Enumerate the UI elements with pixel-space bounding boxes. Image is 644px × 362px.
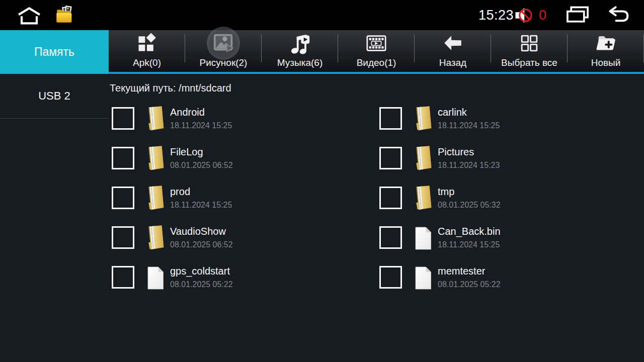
file-name: Pictures (438, 146, 500, 158)
toolbar-item-label: Новый (591, 57, 621, 68)
file-checkbox[interactable] (379, 226, 402, 249)
file-row-android[interactable]: Android 18.11.2024 15:25 (109, 106, 376, 146)
toolbar-item-label: Назад (439, 57, 466, 68)
current-path-label: Текущий путь: /mnt/sdcard (109, 74, 644, 94)
picture-icon (210, 30, 236, 56)
folder-icon (145, 184, 165, 212)
file-checkbox[interactable] (112, 147, 134, 169)
file-checkbox[interactable] (379, 147, 402, 169)
file-checkbox[interactable] (112, 266, 134, 289)
file-name: carlink (438, 106, 500, 119)
apk-grid-icon (134, 30, 160, 56)
recent-apps-icon (565, 5, 591, 26)
file-row-filelog[interactable]: FileLog 08.01.2025 06:52 (109, 146, 376, 186)
toolbar-item-label: Музыка(6) (277, 57, 323, 68)
file-checkbox[interactable] (379, 107, 402, 130)
file-row-memtester[interactable]: memtester 08.01.2025 05:22 (376, 265, 644, 305)
file-icon (413, 265, 433, 291)
status-bar: 15:23 0 (0, 0, 644, 30)
file-checkbox[interactable] (112, 187, 134, 209)
file-name: tmp (438, 186, 501, 198)
music-note-icon (287, 30, 313, 56)
folder-icon (145, 224, 165, 251)
back-arrow-icon (440, 30, 466, 56)
file-row-vaudioshow[interactable]: VaudioShow 08.01.2025 06:52 (109, 225, 376, 265)
tab-memory[interactable]: Память (0, 30, 109, 74)
file-checkbox[interactable] (112, 107, 134, 130)
file-date: 18.11.2024 15:25 (438, 120, 500, 131)
toolbar-item-video[interactable]: Видео(1) (338, 30, 415, 72)
folder-icon (413, 144, 433, 172)
file-date: 08.01.2025 05:22 (170, 279, 233, 290)
file-name: VaudioShow (170, 225, 233, 238)
file-manager-app-button[interactable] (55, 5, 73, 25)
file-row-can-back-bin[interactable]: Can_Back.bin 18.11.2024 15:25 (376, 225, 644, 265)
file-checkbox[interactable] (379, 266, 402, 289)
file-name: memtester (438, 265, 501, 278)
file-date: 08.01.2025 06:52 (170, 239, 233, 250)
file-row-tmp[interactable]: tmp 08.01.2025 05:32 (376, 186, 644, 225)
folder-icon (413, 105, 433, 132)
back-nav-button[interactable] (606, 5, 631, 26)
select-all-icon (516, 30, 542, 56)
file-name: FileLog (170, 146, 233, 158)
file-date: 18.11.2024 15:25 (170, 200, 232, 210)
file-date: 08.01.2025 05:32 (438, 200, 501, 210)
file-checkbox[interactable] (379, 187, 402, 209)
volume-muted-icon[interactable] (514, 6, 537, 25)
sidebar-divider (0, 118, 109, 119)
folder-icon (413, 184, 433, 212)
file-name: gps_coldstart (170, 265, 233, 278)
file-grid: Android 18.11.2024 15:25 carlink 18.11.2… (109, 106, 644, 305)
file-manager-app-icon (55, 5, 73, 25)
clock: 15:23 (478, 8, 514, 23)
file-icon (413, 226, 433, 251)
toolbar-item-label: Apk(0) (133, 57, 161, 68)
file-icon (145, 265, 166, 291)
file-name: Can_Back.bin (438, 225, 501, 238)
toolbar-item-apk[interactable]: Apk(0) (109, 30, 185, 72)
toolbar-item-pictures[interactable]: Рисунок(2) (185, 30, 262, 72)
folder-icon (145, 105, 165, 132)
toolbar-item-new[interactable]: Новый (568, 30, 644, 72)
toolbar-item-label: Видео(1) (357, 57, 396, 68)
home-button[interactable] (16, 5, 42, 25)
return-arrow-icon (606, 5, 631, 26)
film-strip-icon (363, 30, 389, 56)
toolbar-item-music[interactable]: Музыка(6) (262, 30, 338, 72)
toolbar-item-select-all[interactable]: Выбрать все (491, 30, 568, 72)
toolbar: Память Apk(0) Рисунок(2) Музыка(6) (0, 30, 644, 74)
file-date: 18.11.2024 15:25 (170, 120, 232, 131)
toolbar-item-back[interactable]: Назад (415, 30, 491, 72)
volume-level-badge: 0 (539, 8, 546, 23)
file-name: Android (170, 106, 232, 119)
folder-icon (145, 144, 165, 172)
sidebar-item-usb2[interactable]: USB 2 (0, 74, 109, 118)
new-folder-icon (593, 30, 619, 56)
file-date: 08.01.2025 05:22 (438, 279, 501, 290)
toolbar-item-label: Выбрать все (501, 57, 557, 68)
file-row-pictures[interactable]: Pictures 18.11.2024 15:23 (376, 146, 644, 186)
file-list-panel: Текущий путь: /mnt/sdcard Android 18.11.… (109, 74, 644, 362)
file-date: 18.11.2024 15:25 (438, 239, 501, 250)
file-row-carlink[interactable]: carlink 18.11.2024 15:25 (376, 106, 644, 146)
storage-sidebar: USB 2 (0, 74, 109, 362)
file-name: prod (170, 186, 232, 198)
file-checkbox[interactable] (112, 226, 134, 249)
file-row-prod[interactable]: prod 18.11.2024 15:25 (109, 186, 376, 225)
recent-apps-button[interactable] (565, 5, 591, 26)
file-row-gps-coldstart[interactable]: gps_coldstart 08.01.2025 05:22 (109, 265, 376, 305)
file-date: 18.11.2024 15:23 (438, 160, 500, 170)
file-manager-screen: 15:23 0 Память Apk(0) Рису (0, 0, 644, 362)
file-date: 08.01.2025 06:52 (170, 160, 233, 170)
home-icon (16, 5, 42, 25)
